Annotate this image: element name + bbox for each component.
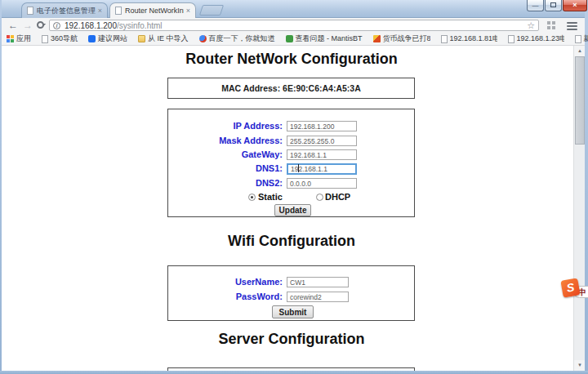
username-label: UserName: — [168, 277, 283, 287]
vertical-scrollbar[interactable]: ▲ ▼ — [573, 46, 585, 371]
page-icon — [42, 35, 48, 43]
gateway-row: GateWay: — [168, 149, 414, 161]
page-icon — [27, 7, 33, 15]
folder-icon — [138, 35, 145, 42]
window-border-bottom — [0, 371, 588, 374]
dhcp-radio[interactable] — [316, 194, 323, 201]
scrollbar-thumb[interactable] — [575, 56, 585, 145]
ip-address-label: IP Address: — [168, 121, 283, 131]
url-path: /sysinfo.html — [117, 21, 527, 30]
maximize-button[interactable] — [545, 0, 562, 11]
bookmark-192-168-1-23[interactable]: 192.168.1.23电子价 — [508, 33, 564, 44]
bookmark-192-168-1-81[interactable]: 192.168.1.81电子价 — [441, 33, 497, 44]
text-caret — [298, 164, 299, 172]
tab-label: Router NetWorkInfo — [125, 7, 184, 15]
close-button[interactable]: × — [563, 0, 587, 11]
minimize-button[interactable]: — — [527, 0, 544, 11]
forward-button[interactable]: → — [23, 18, 33, 33]
site-icon — [373, 35, 381, 42]
dhcp-radio-label: DHCP — [325, 192, 350, 202]
page-icon — [575, 35, 581, 43]
mantisbt-icon — [286, 35, 293, 42]
bookmark-currency-war[interactable]: 货币战争已打8年， — [373, 33, 430, 44]
sogou-logo-icon[interactable]: S — [560, 278, 580, 297]
bookmark-360nav[interactable]: 360导航 — [42, 33, 78, 44]
server-config-box — [167, 367, 415, 371]
ip-address-row: IP Address: — [168, 121, 414, 132]
bookmark-mantisbt[interactable]: 查看问题 - MantisBT — [286, 33, 363, 44]
ip-address-input[interactable] — [287, 121, 357, 131]
static-radio[interactable] — [248, 194, 256, 201]
network-config-box: IP Address: Mask Address: GateWay: DNS1:… — [167, 109, 415, 217]
tab-router-networkinfo[interactable]: Router NetWorkInfo × — [109, 2, 196, 18]
submit-button[interactable]: Submit — [272, 305, 314, 318]
mask-address-input[interactable] — [287, 136, 357, 146]
static-radio-label: Static — [258, 192, 283, 202]
ip-mode-row: Static DHCP — [168, 192, 414, 203]
dns1-label: DNS1: — [168, 163, 283, 173]
dns1-input[interactable] — [287, 163, 357, 175]
password-row: PassWord: — [168, 292, 414, 303]
tab-eprice-system[interactable]: 电子价签信息管理系统 × — [21, 2, 108, 18]
password-label: PassWord: — [168, 292, 283, 301]
dns1-row: DNS1: — [168, 163, 414, 175]
page-icon — [441, 35, 448, 43]
bookmark-suggested-sites[interactable]: 建议网站 — [88, 33, 127, 44]
tab-label: 电子价签信息管理系统 — [37, 6, 96, 16]
bookmark-star-icon[interactable]: ☆ — [527, 20, 535, 30]
page-info-icon[interactable]: i — [53, 22, 60, 29]
bookmarks-bar: 应用 360导航 建议网站 从 IE 中导入 百度一下，你就知道 查看问题 - … — [2, 33, 585, 46]
router-section-title: Router NetWork Configuration — [100, 51, 483, 68]
bookmark-new-tab-page[interactable]: 新标签页 — [575, 33, 588, 44]
update-button[interactable]: Update — [274, 204, 311, 216]
suggested-sites-icon — [88, 35, 96, 42]
wifi-config-box: UserName: PassWord: Submit — [167, 265, 415, 321]
page-icon — [115, 7, 122, 15]
bookmark-baidu[interactable]: 百度一下，你就知道 — [199, 33, 275, 44]
username-input[interactable] — [287, 277, 349, 287]
username-row: UserName: — [168, 277, 414, 288]
scroll-down-button[interactable]: ▼ — [574, 360, 585, 371]
tab-close-icon[interactable]: × — [98, 7, 102, 15]
mask-address-label: Mask Address: — [168, 136, 283, 145]
browser-toolbar: ← → i 192.168.1.200 /sysinfo.html ☆ — [2, 18, 585, 33]
baidu-icon — [199, 35, 207, 42]
bookmark-apps[interactable]: 应用 — [7, 33, 31, 44]
dns2-row: DNS2: — [168, 178, 414, 189]
page-icon — [508, 35, 514, 43]
gateway-label: GateWay: — [168, 149, 283, 159]
wifi-section-title: Wifi Configuration — [100, 233, 483, 250]
mask-address-row: Mask Address: — [168, 136, 414, 147]
dns2-label: DNS2: — [168, 178, 283, 188]
server-section-title: Server Configuration — [100, 331, 483, 348]
window-controls: — × — [526, 0, 587, 11]
password-input[interactable] — [287, 292, 349, 302]
chrome-apps-icon — [7, 35, 14, 42]
window-border-right — [585, 0, 588, 374]
extension-icon[interactable] — [547, 21, 555, 29]
reload-button[interactable] — [37, 21, 44, 29]
maximize-icon — [550, 2, 556, 7]
tab-close-icon[interactable]: × — [186, 7, 190, 15]
url-host: 192.168.1.200 — [65, 21, 117, 30]
bookmark-ie-import[interactable]: 从 IE 中导入 — [138, 33, 189, 44]
new-tab-button[interactable] — [199, 5, 224, 16]
scroll-up-button[interactable]: ▲ — [574, 46, 585, 56]
dns2-input[interactable] — [287, 178, 357, 189]
back-button[interactable]: ← — [8, 18, 18, 33]
page-content: Router NetWork Configuration MAC Address… — [2, 46, 585, 371]
chrome-menu-icon[interactable] — [567, 22, 577, 32]
gateway-input[interactable] — [287, 149, 357, 160]
mac-address-box: MAC Address: 6E:90:C6:A4:A5:3A — [167, 78, 415, 99]
address-bar[interactable]: i 192.168.1.200 /sysinfo.html ☆ — [49, 20, 539, 31]
